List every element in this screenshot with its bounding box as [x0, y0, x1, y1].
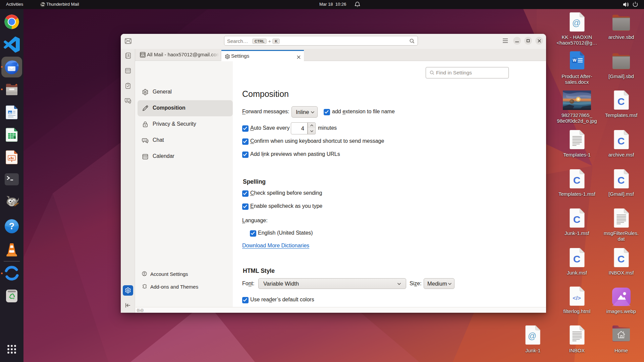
- svg-text:W: W: [573, 58, 577, 63]
- svg-text:?: ?: [9, 221, 15, 231]
